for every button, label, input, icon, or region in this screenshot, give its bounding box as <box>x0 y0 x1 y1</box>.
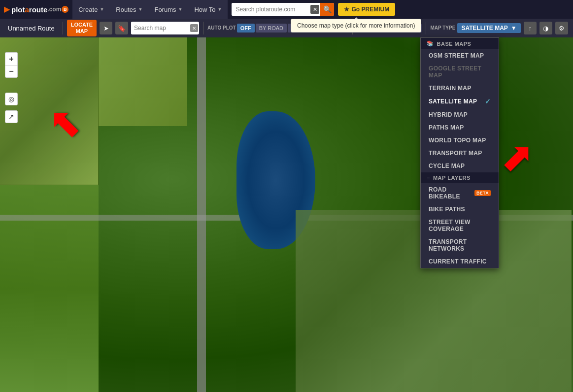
site-search-input[interactable] <box>232 3 310 16</box>
zoom-in-button[interactable]: + <box>5 52 18 65</box>
separator-4 <box>426 22 426 34</box>
site-search-go-button[interactable]: 🔍 <box>320 3 334 16</box>
map-option-street-view[interactable]: STREET VIEW COVERAGE <box>421 216 499 235</box>
map-option-world-topo[interactable]: WORLD TOPO MAP <box>421 134 499 147</box>
create-label: Create <box>78 6 98 13</box>
map-option-current-traffic[interactable]: CURRENT TRAFFIC <box>421 255 499 268</box>
logo-text-a: a <box>25 5 29 14</box>
locate-map-button[interactable]: LOCATE MAP <box>67 20 97 36</box>
toolbar: Unnamed Route LOCATE MAP ➤ 🔖 ✕ AUTO PLOT… <box>0 19 573 37</box>
bookmark-icon-button[interactable]: 🔖 <box>115 22 128 34</box>
search-map-clear-button[interactable]: ✕ <box>190 24 198 32</box>
map-type-group: MAP TYPE SATELLITE MAP ▼ <box>430 23 520 33</box>
site-logo[interactable]: ▶ plotaroute.com B <box>0 5 72 14</box>
howto-label: How To <box>194 6 215 13</box>
map-option-osm-street[interactable]: OSM STREET MAP <box>421 49 499 62</box>
top-navigation: ▶ plotaroute.com B Create ▼ Routes ▼ For… <box>0 0 573 19</box>
howto-arrow-icon: ▼ <box>218 7 222 12</box>
map-option-satellite[interactable]: SATELLITE MAP ✓ <box>421 95 499 108</box>
tooltip: Choose map type (click for more informat… <box>291 19 421 33</box>
settings-button[interactable]: ⚙ <box>555 22 568 34</box>
site-search-clear-button[interactable]: ✕ <box>310 5 319 14</box>
tooltip-text: Choose map type (click for more informat… <box>297 22 415 29</box>
map-layers-header: ≡ MAP LAYERS <box>421 172 499 183</box>
separator-2 <box>203 22 203 34</box>
beta-badge: BETA <box>474 190 491 196</box>
map-option-bike-paths[interactable]: BIKE PATHS <box>421 203 499 216</box>
map-type-arrow-icon: ▼ <box>511 25 517 32</box>
premium-star-icon: ★ <box>344 6 349 13</box>
auto-plot-text: AUTO PLOT <box>207 26 236 31</box>
map-layers-icon: ≡ <box>427 175 430 181</box>
auto-plot-off-button[interactable]: OFF <box>237 24 255 33</box>
satellite-checkmark-icon: ✓ <box>485 98 491 105</box>
nav-create-button[interactable]: Create ▼ <box>72 0 110 19</box>
route-title: Unnamed Route <box>4 25 59 32</box>
map-type-select-button[interactable]: SATELLITE MAP ▼ <box>457 23 520 33</box>
logo-text-com: .com <box>47 6 61 13</box>
nav-howto-button[interactable]: How To ▼ <box>188 0 228 19</box>
logo-triangle: ▶ <box>4 5 10 14</box>
locate-line2: MAP <box>76 28 88 34</box>
forums-arrow-icon: ▼ <box>178 7 183 12</box>
map-option-hybrid[interactable]: HYBRID MAP <box>421 108 499 121</box>
site-search-box: ✕ 🔍 <box>232 3 334 16</box>
nav-routes-button[interactable]: Routes ▼ <box>110 0 148 19</box>
create-arrow-icon: ▼ <box>100 7 104 12</box>
auto-plot-label: AUTO PLOT <box>207 26 236 31</box>
premium-label: Go PREMIUM <box>351 6 389 13</box>
map-layers-label: MAP LAYERS <box>433 175 471 181</box>
search-map-box: ✕ <box>131 22 199 34</box>
forums-label: Forums <box>154 6 176 13</box>
separator-1 <box>63 22 63 34</box>
routes-label: Routes <box>116 6 136 13</box>
zoom-out-button[interactable]: − <box>5 65 18 78</box>
logo-text-plot: plot <box>11 5 25 14</box>
map-option-transport-networks[interactable]: TRANSPORT NETWORKS <box>421 235 499 255</box>
logo-text-route: route <box>29 5 48 14</box>
map-type-label: MAP TYPE <box>430 26 455 31</box>
nav-forums-button[interactable]: Forums ▼ <box>148 0 188 19</box>
logo-badge: B <box>62 6 68 13</box>
by-road-button[interactable]: BY ROAD <box>256 24 287 33</box>
map-route-button[interactable]: ↗ <box>5 110 18 123</box>
map-option-road-bikeable[interactable]: ROAD BIKEABLE BETA <box>421 183 499 203</box>
map-option-transport[interactable]: TRANSPORT MAP <box>421 147 499 160</box>
map-locate-button[interactable]: ◎ <box>5 93 18 105</box>
toggle-button[interactable]: ◑ <box>539 22 552 34</box>
base-maps-icon: 📚 <box>427 40 434 47</box>
base-maps-label: BASE MAPS <box>437 41 472 47</box>
routes-arrow-icon: ▼ <box>138 7 143 12</box>
gps-icon-button[interactable]: ➤ <box>100 22 112 34</box>
locate-line1: LOCATE <box>71 22 93 28</box>
base-maps-header: 📚 BASE MAPS <box>421 38 499 49</box>
upload-button[interactable]: ↑ <box>524 22 537 34</box>
search-map-input[interactable] <box>131 22 190 34</box>
zoom-controls: + − <box>5 52 18 78</box>
map-option-terrain[interactable]: TERRAIN MAP <box>421 82 499 95</box>
map-type-dropdown: 📚 BASE MAPS OSM STREET MAP GOOGLE STREET… <box>420 37 499 268</box>
map-type-value: SATELLITE MAP <box>461 25 507 32</box>
map-field-3 <box>99 37 187 126</box>
premium-button[interactable]: ★ Go PREMIUM <box>338 3 395 16</box>
map-option-cycle[interactable]: CYCLE MAP <box>421 160 499 172</box>
map-option-paths[interactable]: PATHS MAP <box>421 121 499 134</box>
map-option-google-street[interactable]: GOOGLE STREET MAP <box>421 62 499 82</box>
